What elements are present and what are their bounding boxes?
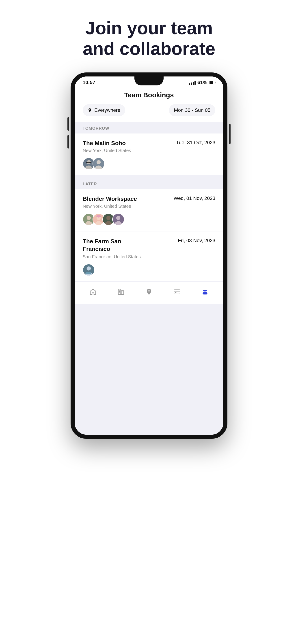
screen-header: Team Bookings (75, 87, 223, 104)
screen-title: Team Bookings (124, 91, 174, 98)
nav-item-location[interactable] (141, 286, 157, 297)
filter-row: Everywhere Mon 30 - Sun 05 (75, 104, 223, 122)
svg-point-10 (87, 216, 91, 220)
svg-point-36 (203, 290, 205, 291)
booking-location: New York, United States (83, 148, 215, 153)
status-right: 61% (189, 80, 215, 86)
avatar (83, 264, 95, 276)
screen-content: TOMORROW The Malin Soho Tue, 31 Oct, 202… (75, 122, 223, 435)
avatar (93, 158, 105, 170)
team-icon (201, 288, 209, 296)
phone-notch (134, 76, 164, 86)
location-filter[interactable]: Everywhere (83, 104, 125, 116)
home-icon (89, 288, 97, 296)
section-tomorrow: TOMORROW (75, 122, 223, 134)
section-separator (75, 176, 223, 177)
volume-up-button (67, 117, 69, 130)
date-filter[interactable]: Mon 30 - Sun 05 (169, 104, 215, 116)
card-icon (174, 288, 181, 296)
booking-date: Wed, 01 Nov, 2023 (174, 196, 215, 201)
booking-date: Tue, 31 Oct, 2023 (176, 140, 215, 146)
bottom-nav (75, 282, 223, 304)
booking-card-header: The Malin Soho Tue, 31 Oct, 2023 (83, 140, 215, 147)
signal-icon (189, 80, 196, 85)
svg-rect-27 (121, 290, 124, 294)
booking-avatars (83, 264, 215, 276)
phone-screen: 10:57 61% Team Bookings (75, 76, 223, 435)
location-filter-label: Everywhere (94, 107, 120, 113)
booking-date: Fri, 03 Nov, 2023 (178, 238, 215, 244)
nav-item-buildings[interactable] (113, 286, 129, 297)
phone-frame: 10:57 61% Team Bookings (71, 72, 227, 439)
section-later: LATER (75, 177, 223, 189)
booking-card-blender[interactable]: Blender Workspace Wed, 01 Nov, 2023 New … (75, 189, 223, 231)
status-time: 10:57 (83, 80, 95, 86)
battery-icon (209, 81, 215, 84)
booking-name: Blender Workspace (83, 196, 137, 202)
booking-card-header: Blender Workspace Wed, 01 Nov, 2023 (83, 196, 215, 202)
svg-point-39 (204, 292, 207, 294)
svg-point-23 (87, 266, 91, 270)
booking-avatars (83, 213, 215, 226)
booking-name: The Farm San Francisco (83, 238, 139, 253)
svg-rect-26 (118, 289, 121, 294)
date-filter-label: Mon 30 - Sun 05 (174, 107, 210, 113)
booking-avatars (83, 158, 215, 170)
svg-point-17 (106, 216, 111, 220)
svg-rect-4 (89, 162, 91, 163)
building-icon (117, 288, 124, 296)
page-title: Join your team and collaborate (71, 18, 227, 59)
svg-rect-25 (86, 272, 91, 274)
location-pin-icon (88, 108, 92, 112)
booking-card-header: The Farm San Francisco Fri, 03 Nov, 2023 (83, 238, 215, 253)
booking-card-farm[interactable]: The Farm San Francisco Fri, 03 Nov, 2023… (75, 232, 223, 281)
nav-item-home[interactable] (85, 286, 101, 297)
svg-point-7 (97, 160, 101, 164)
volume-down-button (67, 135, 69, 148)
svg-point-37 (205, 290, 207, 291)
battery-percent: 61% (197, 80, 207, 86)
avatar (112, 213, 124, 226)
booking-location: New York, United States (83, 204, 215, 209)
booking-card-malin[interactable]: The Malin Soho Tue, 31 Oct, 2023 New Yor… (75, 134, 223, 175)
nav-item-team[interactable] (197, 286, 213, 297)
svg-point-20 (116, 216, 120, 220)
map-pin-icon (145, 288, 153, 296)
booking-name: The Malin Soho (83, 140, 126, 147)
power-button (229, 124, 231, 144)
svg-rect-33 (174, 290, 180, 294)
svg-point-15 (96, 215, 101, 218)
svg-rect-3 (86, 162, 88, 163)
svg-rect-35 (175, 292, 176, 293)
booking-location: San Francisco, United States (83, 254, 215, 260)
nav-item-card[interactable] (169, 286, 185, 297)
